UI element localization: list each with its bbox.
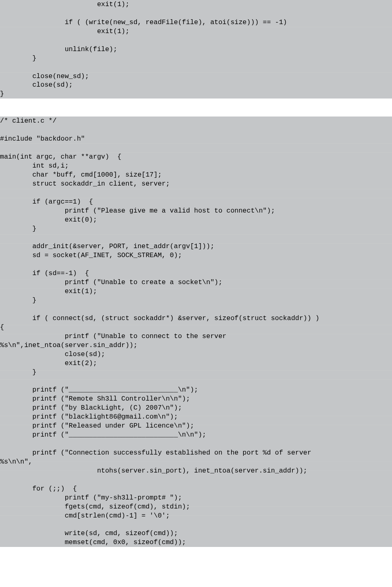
block-separator: [0, 99, 392, 117]
code-block-1: exit(1); if ( (write(new_sd, readFile(fi…: [0, 0, 392, 99]
code-block-2: /* client.c */ #include "backdoor.h" mai…: [0, 117, 392, 547]
